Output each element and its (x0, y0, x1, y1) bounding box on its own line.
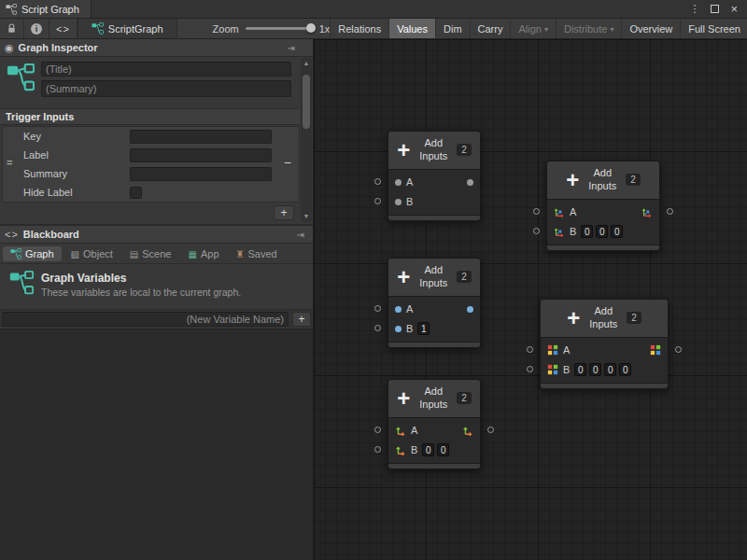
new-variable-input[interactable] (2, 312, 289, 327)
input-port-icon[interactable] (374, 427, 381, 433)
value-field[interactable]: 0 (604, 363, 616, 376)
port-label: B (563, 364, 570, 375)
value-field[interactable]: 0 (596, 225, 608, 238)
overview-button[interactable]: Overview (621, 19, 680, 38)
zoom-label: Zoom (213, 23, 239, 35)
node-footer (547, 245, 659, 250)
values-button[interactable]: Values (388, 19, 435, 38)
scroll-up-icon[interactable]: ▲ (301, 58, 312, 69)
side-panel: ◉ Graph Inspector ⇥ Trigger Inputs = Key… (0, 39, 314, 560)
port-row-b: B (388, 192, 480, 212)
input-port-icon[interactable] (374, 325, 381, 331)
node-add-inputs-4[interactable]: + Add Inputs 2 A B (540, 299, 669, 389)
graph-canvas[interactable]: + Add Inputs 2 A B (314, 39, 747, 560)
dock-icon[interactable]: ⇥ (297, 230, 304, 240)
node-footer (388, 342, 480, 347)
graph-title-field[interactable] (41, 62, 291, 77)
graph-breadcrumb-tab[interactable]: ScriptGraph (78, 19, 177, 38)
window-menu-icon[interactable]: ⋮ (689, 3, 699, 15)
node-title: Add Inputs (584, 167, 621, 193)
maximize-icon[interactable] (711, 5, 719, 13)
tab-scene[interactable]: ▤ Scene (122, 246, 179, 261)
value-field[interactable]: 0 (611, 225, 623, 238)
input-port-icon[interactable] (374, 446, 381, 453)
value-field[interactable]: 0 (437, 443, 449, 456)
distribute-button[interactable]: Distribute ▾ (556, 19, 621, 38)
fullscreen-button[interactable]: Full Screen (680, 19, 747, 38)
drag-handle-icon[interactable]: = (7, 157, 12, 168)
key-input[interactable] (130, 130, 272, 144)
value-field[interactable]: 1 (417, 322, 430, 335)
tab-app[interactable]: ▦ App (180, 246, 226, 261)
add-variable-button[interactable]: + (292, 312, 311, 327)
code-preview-button[interactable]: <> (49, 19, 78, 38)
tab-saved[interactable]: ♜ Saved (229, 246, 285, 261)
tab-graph-label: Graph (25, 248, 54, 259)
script-graph-window: Script Graph ⋮ × i <> ScriptGraph Zoom 1… (0, 0, 747, 560)
port-row-b: B 0 0 0 0 (541, 360, 668, 380)
inspector-scrollbar[interactable]: ▲ ▼ (301, 58, 312, 222)
hide-label-checkbox[interactable] (130, 187, 142, 199)
summary-input[interactable] (130, 167, 272, 181)
remove-item-button[interactable]: − (284, 157, 291, 168)
blackboard-header[interactable]: <> Blackboard ⇥ (0, 226, 313, 244)
node-add-inputs-3[interactable]: + Add Inputs 2 A B (388, 258, 481, 348)
graph-summary-field[interactable] (41, 80, 291, 97)
node-header[interactable]: + Add Inputs 2 (388, 380, 480, 418)
node-add-inputs-5[interactable]: + Add Inputs 2 A B (388, 379, 481, 469)
carry-button[interactable]: Carry (470, 19, 511, 38)
scrollbar-thumb[interactable] (303, 75, 310, 129)
zoom-slider[interactable] (246, 27, 313, 30)
value-field[interactable]: 0 (574, 363, 586, 376)
port-row-a: A (541, 341, 668, 360)
input-port-icon[interactable] (374, 305, 381, 312)
zoom-slider-knob[interactable] (306, 23, 316, 33)
node-add-inputs-2[interactable]: + Add Inputs 2 A B (546, 161, 660, 251)
input-port-icon[interactable] (527, 346, 533, 353)
new-variable-row: + (0, 309, 313, 328)
node-add-inputs-1[interactable]: + Add Inputs 2 A B (388, 131, 481, 221)
input-port-icon[interactable] (527, 366, 533, 372)
node-header[interactable]: + Add Inputs 2 (541, 300, 668, 338)
tab-graph[interactable]: Graph (3, 246, 62, 261)
input-port-icon[interactable] (533, 228, 540, 234)
lock-icon (7, 23, 17, 34)
label-input[interactable] (130, 148, 272, 162)
gray-dot-icon (467, 179, 473, 186)
tab-scene-label: Scene (142, 248, 171, 259)
input-port-icon[interactable] (533, 208, 540, 215)
output-port-icon[interactable] (487, 427, 494, 433)
scroll-down-icon[interactable]: ▼ (301, 211, 312, 222)
value-field[interactable]: 0 (589, 363, 601, 376)
port-label: B (570, 226, 576, 237)
value-field[interactable]: 0 (619, 363, 631, 376)
node-header[interactable]: + Add Inputs 2 (388, 132, 480, 170)
output-port-icon[interactable] (675, 346, 682, 353)
port-row-b: B 1 (388, 319, 480, 339)
value-field[interactable]: 0 (581, 225, 593, 238)
close-icon[interactable]: × (730, 5, 738, 14)
trigger-inputs-section[interactable]: Trigger Inputs (0, 108, 300, 125)
input-port-icon[interactable] (374, 198, 381, 204)
scrollbar-track[interactable] (301, 69, 312, 211)
align-button[interactable]: Align ▾ (510, 19, 555, 38)
node-header[interactable]: + Add Inputs 2 (547, 161, 659, 200)
bank-icon: ♜ (236, 249, 245, 259)
graph-inspector-title: Graph Inspector (19, 42, 98, 53)
dim-button[interactable]: Dim (435, 19, 470, 38)
node-header[interactable]: + Add Inputs 2 (388, 259, 480, 297)
vector4-icon (547, 344, 558, 356)
output-port-icon[interactable] (667, 208, 673, 215)
info-button[interactable]: i (24, 19, 49, 38)
tab-object-label: Object (83, 248, 113, 259)
node-count-badge: 2 (457, 144, 472, 156)
tab-object[interactable]: ▧ Object (63, 246, 120, 261)
input-port-icon[interactable] (374, 178, 381, 185)
lock-button[interactable] (0, 19, 24, 38)
add-trigger-input-button[interactable]: + (274, 205, 294, 220)
window-tab[interactable]: Script Graph (0, 0, 92, 18)
relations-button[interactable]: Relations (330, 19, 388, 38)
value-field[interactable]: 0 (422, 443, 434, 456)
graph-inspector-header[interactable]: ◉ Graph Inspector ⇥ (0, 39, 313, 57)
dock-icon[interactable]: ⇥ (288, 43, 295, 53)
